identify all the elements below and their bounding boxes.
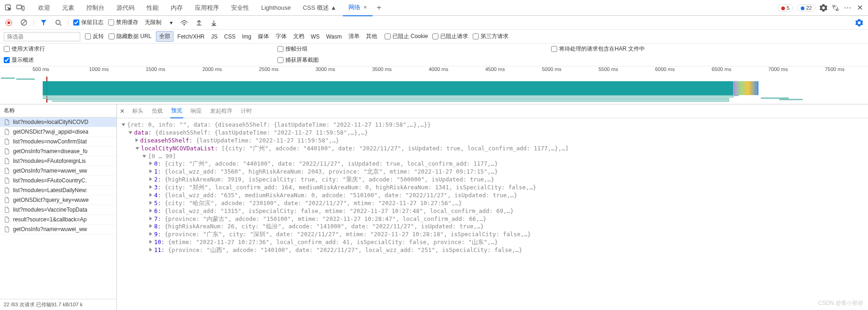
invert-checkbox[interactable]: 反转: [85, 32, 104, 40]
blocked-cookies-checkbox[interactable]: 已阻止 Cookie: [385, 32, 428, 40]
tab-preview[interactable]: 预览: [170, 104, 183, 118]
request-row[interactable]: list?modules=localCityNCOVD: [0, 117, 116, 127]
thirdparty-checkbox[interactable]: 第三方请求: [473, 32, 508, 40]
disable-cache-checkbox[interactable]: 禁用缓存: [108, 19, 138, 26]
preview-line[interactable]: diseaseh5Shelf: {lastUpdateTime: "2022-1…: [122, 137, 863, 145]
gear-icon[interactable]: [854, 18, 864, 28]
filter-css[interactable]: CSS: [221, 32, 238, 41]
device-icon[interactable]: [15, 2, 26, 13]
filter-all[interactable]: 全部: [156, 31, 174, 42]
request-row[interactable]: getOnsInfo?name=wuwei_ww: [0, 166, 116, 176]
search-icon[interactable]: [53, 18, 64, 28]
tab-performance[interactable]: 性能: [141, 0, 164, 16]
tab-application[interactable]: 应用程序: [189, 0, 225, 16]
download-har-icon[interactable]: [209, 18, 219, 28]
bigrows-checkbox[interactable]: 使用大请求行: [4, 45, 45, 53]
overview-timeline[interactable]: 500 ms 1000 ms 1500 ms 2000 ms 2500 ms 3…: [0, 66, 868, 104]
preview-line[interactable]: 11: {province: "山西", adcode: "140100", d…: [122, 246, 863, 254]
filter-xhr[interactable]: Fetch/XHR: [174, 32, 207, 41]
preview-line[interactable]: {ret: 0, info: "", data: {diseaseh5Shelf…: [122, 121, 863, 129]
tab-console[interactable]: 控制台: [81, 0, 110, 16]
preview-line[interactable]: localCityNCOVDataList: [{city: "广州", adc…: [122, 145, 863, 153]
filter-img[interactable]: Img: [239, 32, 254, 41]
plus-icon[interactable]: ＋: [373, 2, 385, 13]
filter-input[interactable]: [4, 32, 80, 41]
groupbyframe-checkbox[interactable]: 按帧分组: [277, 45, 308, 53]
filter-ws[interactable]: WS: [308, 32, 322, 41]
tab-css-overview[interactable]: CSS 概述 ▲: [297, 0, 342, 16]
clear-icon[interactable]: [19, 18, 29, 28]
request-row[interactable]: list?modules=FAutoforeignLis: [0, 156, 116, 166]
preview-pane[interactable]: {ret: 0, info: "", data: {diseaseh5Shelf…: [117, 118, 868, 310]
preview-line[interactable]: 7: {province: "内蒙古", adcode: "150100", m…: [122, 215, 863, 223]
preview-line[interactable]: 4: {local_wzz_add: "635", mediumRiskArea…: [122, 192, 863, 200]
tab-headers[interactable]: 标头: [131, 104, 144, 118]
preview-line[interactable]: 9: {province: "广东", city: "深圳", date: "2…: [122, 231, 863, 239]
preview-line[interactable]: 8: {highRiskAreaNum: 26, city: "临汾", adc…: [122, 223, 863, 231]
close-detail-icon[interactable]: ✕: [120, 108, 125, 115]
list-header-name[interactable]: 名称: [0, 104, 116, 117]
preview-line[interactable]: 1: {local_wzz_add: "3560", highRiskAreaN…: [122, 168, 863, 176]
tab-memory[interactable]: 内存: [165, 0, 188, 16]
tab-response[interactable]: 响应: [190, 104, 203, 118]
filter-media[interactable]: 媒体: [255, 32, 272, 41]
request-row[interactable]: list?modules=LatestDailyNew:: [0, 186, 116, 195]
preview-line[interactable]: data: {diseaseh5Shelf: {lastUpdateTime: …: [122, 129, 863, 137]
tab-timing[interactable]: 计时: [240, 104, 253, 118]
preview-line[interactable]: 5: {city: "哈尔滨", adcode: "230100", date:…: [122, 200, 863, 207]
tab-initiator[interactable]: 发起程序: [209, 104, 233, 118]
more-vertical-icon[interactable]: ⋯: [842, 2, 853, 13]
hide-dataurl-checkbox[interactable]: 隐藏数据 URL: [109, 32, 151, 40]
file-icon: [4, 158, 10, 164]
request-row[interactable]: getONSDict?wuji_appid=disea: [0, 127, 116, 137]
preserve-log-checkbox[interactable]: 保留日志: [73, 19, 103, 26]
preview-line[interactable]: [0 … 99]: [122, 153, 863, 161]
filter-js[interactable]: JS: [208, 32, 220, 41]
network-conditions-icon[interactable]: [179, 18, 189, 28]
request-row[interactable]: getONSDict?query_key=wuwe: [0, 195, 116, 205]
file-icon: [4, 129, 10, 135]
request-name: getOnsInfo?name=wuwei_ww: [13, 226, 87, 232]
tab-sources[interactable]: 源代码: [111, 0, 140, 16]
tab-network[interactable]: 网络×: [343, 0, 373, 16]
request-row[interactable]: result?source=1&callback=Ap: [0, 215, 116, 225]
tab-elements[interactable]: 元素: [57, 0, 80, 16]
tab-lighthouse[interactable]: Lighthouse: [256, 0, 296, 15]
preview-line[interactable]: 0: {city: "广州", adcode: "440100", date: …: [122, 160, 863, 168]
record-icon[interactable]: [4, 18, 14, 28]
experiment-icon[interactable]: [830, 2, 841, 13]
throttling-dropdown[interactable]: 无限制▾: [143, 18, 174, 27]
showoverview-checkbox[interactable]: 显示概述: [4, 56, 34, 64]
upload-har-icon[interactable]: [194, 18, 204, 28]
tab-welcome[interactable]: 欢迎: [32, 0, 56, 16]
filter-font[interactable]: 字体: [273, 32, 289, 41]
close-icon[interactable]: ×: [363, 4, 367, 11]
gear-icon[interactable]: [818, 2, 829, 13]
tab-security[interactable]: 安全性: [225, 0, 255, 16]
svg-point-3: [833, 5, 835, 7]
request-row[interactable]: list?modules=VaccineTopData: [0, 205, 116, 215]
request-row[interactable]: getOnsInfo?name=disease_fo: [0, 147, 116, 156]
filter-icon[interactable]: [39, 18, 49, 28]
filter-other[interactable]: 其他: [363, 32, 380, 41]
preview-line[interactable]: 3: {city: "郑州", local_confirm_add: 164, …: [122, 184, 863, 192]
har-pending-checkbox[interactable]: 将待处理的请求包含在HAR 文件中: [551, 45, 645, 53]
close-devtools-icon[interactable]: ✕: [854, 2, 865, 13]
request-row[interactable]: list?modules=nowConfirmStat: [0, 137, 116, 147]
issue-badge[interactable]: 22: [797, 4, 816, 12]
filter-manifest[interactable]: 清单: [346, 32, 362, 41]
file-icon: [4, 187, 10, 194]
filter-wasm[interactable]: Wasm: [323, 32, 345, 41]
request-list[interactable]: list?modules=localCityNCOVDgetONSDict?wu…: [0, 117, 116, 299]
tab-payload[interactable]: 负载: [151, 104, 164, 118]
request-row[interactable]: getOnsInfo?name=wuwei_ww: [0, 225, 116, 234]
error-badge[interactable]: 5: [778, 4, 793, 12]
capturescreens-checkbox[interactable]: 捕获屏幕截图: [277, 56, 319, 64]
preview-line[interactable]: 6: {local_wzz_add: "1315", isSpecialCity…: [122, 207, 863, 215]
blocked-req-checkbox[interactable]: 已阻止请求: [432, 32, 468, 40]
request-row[interactable]: list?modules=FAutoCountryC.: [0, 176, 116, 186]
inspect-icon[interactable]: [3, 2, 14, 13]
filter-doc[interactable]: 文档: [290, 32, 307, 41]
preview-line[interactable]: 10: {mtime: "2022-11-27 10:27:36", local…: [122, 239, 863, 246]
preview-line[interactable]: 2: {highRiskAreaNum: 3919, isSpecialCity…: [122, 176, 863, 184]
